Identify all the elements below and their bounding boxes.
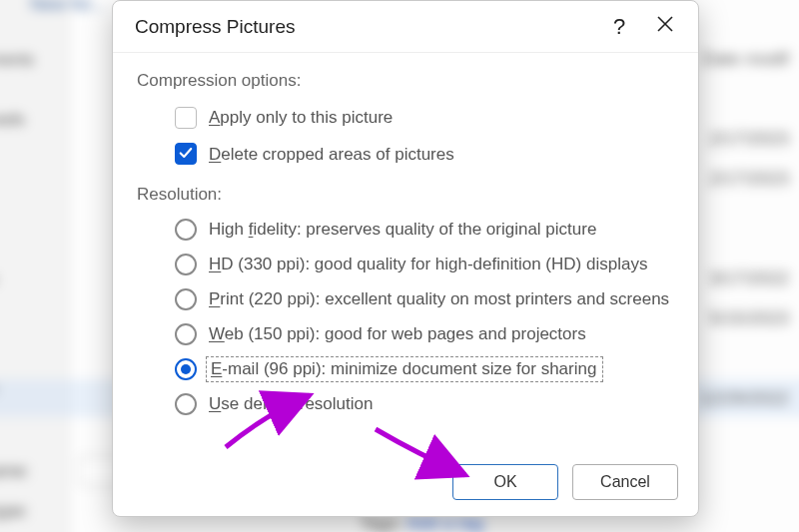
bg-type-label: type: (0, 501, 29, 522)
delete-cropped-checkbox[interactable] (175, 143, 197, 165)
apply-only-label: Apply only to this picture (209, 105, 393, 131)
ok-button[interactable]: OK (452, 464, 558, 500)
radio-input[interactable] (175, 288, 197, 310)
radio-email[interactable]: E-mail (96 ppi): minimize document size … (137, 354, 674, 384)
apply-only-row[interactable]: Apply only to this picture (137, 101, 674, 135)
apply-only-checkbox[interactable] (175, 107, 197, 129)
radio-input[interactable] (175, 323, 197, 345)
bg-name-label: ame: (0, 461, 30, 482)
radio-label: Use default resolution (209, 394, 373, 414)
dialog-content: Compression options: Apply only to this … (113, 53, 698, 454)
bg-new-folder: New fol... (30, 0, 105, 15)
check-icon (179, 142, 193, 168)
radio-input[interactable] (175, 358, 197, 380)
close-button[interactable] (642, 7, 688, 47)
dialog-titlebar: Compress Pictures ? (113, 1, 698, 53)
compress-pictures-dialog: Compress Pictures ? Compression options:… (112, 0, 699, 517)
compression-options-label: Compression options: (137, 71, 674, 91)
radio-input[interactable] (175, 254, 197, 275)
radio-default[interactable]: Use default resolution (137, 389, 674, 419)
radio-label: High fidelity: preserves quality of the … (209, 220, 596, 240)
radio-print[interactable]: Print (220 ppi): excellent quality on mo… (137, 284, 674, 314)
radio-high-fidelity[interactable]: High fidelity: preserves quality of the … (137, 215, 674, 245)
cancel-button[interactable]: Cancel (572, 464, 678, 500)
dialog-button-row: OK Cancel (113, 454, 698, 516)
radio-web[interactable]: Web (150 ppi): good for web pages and pr… (137, 319, 674, 349)
delete-cropped-row[interactable]: Delete cropped areas of pictures (137, 138, 674, 172)
dialog-title: Compress Pictures (135, 16, 596, 38)
radio-label: Web (150 ppi): good for web pages and pr… (209, 324, 586, 344)
close-icon (657, 16, 673, 37)
resolution-label: Resolution: (137, 185, 674, 205)
radio-label: HD (330 ppi): good quality for high-defi… (209, 255, 647, 274)
help-button[interactable]: ? (596, 7, 642, 47)
delete-cropped-label: Delete cropped areas of pictures (209, 142, 454, 168)
radio-label: Print (220 ppi): excellent quality on mo… (209, 289, 669, 309)
radio-input[interactable] (175, 219, 197, 241)
radio-hd[interactable]: HD (330 ppi): good quality for high-defi… (137, 250, 674, 279)
radio-label: E-mail (96 ppi): minimize document size … (209, 359, 600, 379)
radio-input[interactable] (175, 393, 197, 415)
